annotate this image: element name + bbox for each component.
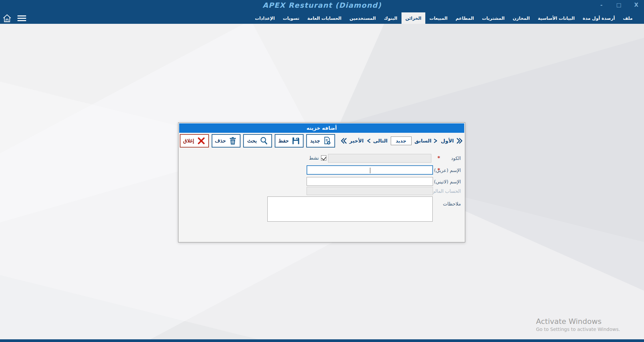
save-button-label: حفظ: [278, 138, 289, 144]
menu-item-purchases[interactable]: المشتريات: [478, 12, 509, 24]
last-record-label: الأخير: [350, 138, 364, 144]
chevron-right-icon: [433, 138, 438, 143]
close-button-label: إغلاق: [183, 138, 194, 144]
record-navigator: الأول السابق جديد التالى الأخير: [340, 136, 463, 145]
menu-item-safes-active[interactable]: الخزائن: [401, 12, 426, 24]
search-button[interactable]: بحث: [243, 134, 272, 148]
next-record-button[interactable]: التالى: [367, 138, 387, 144]
name-arabic-input[interactable]: [307, 165, 433, 175]
add-safe-dialog: أضافه خزينه الأول السابق جديد التالى: [178, 122, 465, 242]
trash-icon: [228, 136, 237, 145]
financial-account-label: الحساب المالى: [431, 188, 461, 194]
bottom-bar: [0, 339, 644, 342]
double-chevron-right-icon: [455, 137, 463, 145]
close-window-button[interactable]: X: [633, 2, 640, 8]
first-record-label: الأول: [441, 138, 454, 144]
name-latin-input[interactable]: [307, 177, 433, 186]
menu-items: ملف أرصدة أول مدة البيانات الأساسية المخ…: [251, 12, 644, 24]
search-icon: [260, 136, 268, 145]
menu-item-opening-balances[interactable]: أرصدة أول مدة: [579, 12, 619, 24]
menu-item-basic-data[interactable]: البيانات الأساسية: [534, 12, 579, 24]
menu-item-settings[interactable]: الإعدادات: [251, 12, 279, 24]
active-checkbox-group: نشط: [309, 155, 326, 161]
menu-item-adjustments[interactable]: تسويات: [279, 12, 303, 24]
menu-item-restaurants[interactable]: المطاعم: [451, 12, 478, 24]
action-buttons: جديد حفظ بحث: [180, 134, 335, 148]
hamburger-menu-icon[interactable]: [17, 13, 27, 23]
previous-record-button[interactable]: السابق: [415, 138, 438, 144]
new-record-icon: [323, 136, 331, 145]
new-button-label: جديد: [310, 138, 320, 144]
maximize-button[interactable]: □: [615, 2, 623, 8]
watermark-line2: Go to Settings to activate Windows.: [536, 327, 620, 332]
double-chevron-left-icon: [340, 137, 348, 145]
save-icon: [291, 136, 300, 145]
watermark-line1: Activate Windows: [536, 317, 620, 326]
code-required-marker: *: [437, 155, 440, 161]
financial-account-input: [307, 187, 433, 195]
app-title: APEX Resturant (Diamond): [0, 1, 644, 9]
dialog-title: أضافه خزينه: [307, 125, 337, 131]
delete-button-label: حذف: [215, 138, 226, 144]
close-x-icon: [197, 136, 206, 145]
previous-record-label: السابق: [415, 138, 432, 144]
minimize-button[interactable]: -: [598, 2, 605, 8]
chevron-left-icon: [367, 138, 371, 143]
window-titlebar: APEX Resturant (Diamond) - □ X: [0, 0, 644, 12]
home-icon[interactable]: [2, 13, 12, 23]
window-controls: - □ X: [598, 2, 640, 8]
current-record-indicator: جديد: [391, 136, 412, 145]
last-record-button[interactable]: الأخير: [340, 137, 364, 145]
menu-item-sales[interactable]: المبيعات: [425, 12, 451, 24]
active-checkbox-label: نشط: [309, 155, 319, 161]
notes-label: ملاحظات: [443, 201, 461, 207]
code-input: [328, 154, 431, 163]
dialog-titlebar: أضافه خزينه: [179, 123, 464, 133]
menu-item-banks[interactable]: البنوك: [380, 12, 401, 24]
name-arabic-required-marker: *: [437, 167, 440, 173]
menu-item-users[interactable]: المستخدمين: [345, 12, 380, 24]
next-record-label: التالى: [373, 138, 387, 144]
code-label: الكود: [451, 156, 461, 161]
notes-textarea[interactable]: [267, 196, 433, 222]
text-caret: [370, 168, 370, 173]
activate-windows-watermark: Activate Windows Go to Settings to activ…: [536, 317, 620, 332]
active-checkbox[interactable]: [321, 155, 326, 161]
new-button[interactable]: جديد: [306, 134, 335, 148]
main-menubar: ملف أرصدة أول مدة البيانات الأساسية المخ…: [0, 12, 644, 24]
menu-item-general-accounts[interactable]: الحسابات العامة: [303, 12, 345, 24]
menu-item-warehouses[interactable]: المخازن: [509, 12, 534, 24]
close-button[interactable]: إغلاق: [180, 134, 209, 148]
first-record-button[interactable]: الأول: [441, 137, 463, 145]
name-latin-label: الإسم (لاتيني): [434, 179, 461, 184]
search-button-label: بحث: [247, 138, 257, 144]
delete-button[interactable]: حذف: [212, 134, 241, 148]
save-button[interactable]: حفظ: [275, 134, 304, 148]
menu-item-file[interactable]: ملف: [619, 12, 637, 24]
